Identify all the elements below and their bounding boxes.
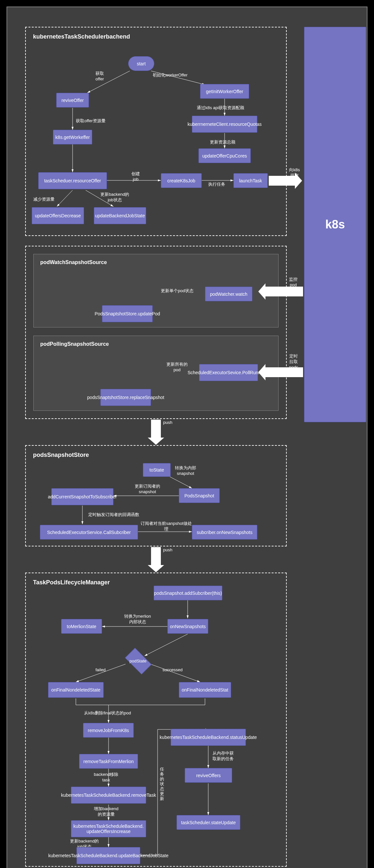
node-remove-job-k8s: removeJobFromK8s [83, 723, 134, 738]
group-lifecycle-manager: TaskPodsLifecycleManager [25, 572, 287, 867]
node-resource-quotas: kuberrnerneteClient.resourceQuotas [192, 116, 257, 133]
label-get-offer-res: 获取offer资源量 [76, 118, 105, 124]
node-backend-update-offers-increase: kubernetesTaskScheduleBackend. updateOff… [71, 820, 146, 837]
label-push-1: push [163, 420, 172, 426]
label-init-worker-offer: 初始化workerOffer [153, 72, 188, 78]
node-revive-offers-2: reviveOffers [185, 768, 232, 783]
node-add-subscriber: podsSnapshot.addSubcriber(this) [154, 586, 222, 600]
label-remove-final-pod: 从k8s删除final状态的pod [84, 711, 131, 716]
g2b-title: podPollingSnapshotSource [40, 341, 109, 347]
label-failed: failed [95, 667, 105, 673]
node-call-subscriber: ScheduledExecutorService.CallSubcriber [40, 525, 138, 539]
node-update-offer-cpu: updateOfferCpuCores [198, 148, 251, 163]
label-exec-task: 执行任务 [208, 182, 225, 187]
label-submit-k8s: 向k8s 提交 任务 [289, 167, 300, 184]
node-to-merlion-state: toMerlionState [61, 619, 102, 634]
label-to-internal-snapshot: 转换为内部 snapshot [175, 465, 196, 476]
g4-title: TaskPodsLifecycleManager [33, 579, 110, 586]
node-start: start [128, 56, 154, 71]
label-task-status-update: 任 务 的 状 态 更 新 [160, 767, 164, 801]
arrow-poll-pods [266, 367, 303, 377]
node-update-pod: PodsSnaptshotStore.updatePod [102, 305, 153, 322]
label-trigger-callback: 定时触发订阅者的回调函数 [88, 512, 139, 518]
label-update-single-pod: 更新单个pod状态 [161, 288, 193, 294]
g3-title: podsSnapshotStore [33, 452, 89, 459]
label-update-all-pod: 更新所有的 pod [166, 362, 188, 373]
node-task-scheduler-state-update: taskScheduler.stateUpdate [177, 815, 240, 830]
node-to-state: toState [143, 463, 170, 477]
node-pod-watcher-watch: podWatcher.watch [205, 287, 252, 301]
label-k8s-api-quota: 通过k8s api获取资源配额 [197, 105, 244, 111]
label-get-new-task-mem: 从内存中获 取新的任务 [213, 751, 234, 762]
node-launch-task: launchTask [233, 173, 268, 188]
group1-title: kubernetesTaskSchedulerbachend [33, 33, 130, 40]
node-on-new-snapshots: onNewSnapshots [167, 619, 208, 634]
node-pods-snapshot: PodsSnapshot [179, 488, 220, 503]
node-replace-snapshot: podsSnaptshotStore.replaceSnapshot [100, 389, 151, 406]
label-decrease-res: 减少资源量 [33, 197, 55, 202]
g2a-title: podWatchSnapshotSource [40, 259, 107, 266]
label-backend-remove-task: backend移除 task [94, 772, 118, 783]
k8s-label: k8s [325, 218, 345, 231]
arrow-push-1 [151, 420, 161, 438]
node-task-scheduer-resource-offer: taskScheduer.resourceOffer [38, 172, 107, 189]
label-successed: successed [162, 667, 182, 673]
node-create-k8s-job: createK8sJob [161, 173, 202, 188]
node-pod-state: podState [118, 651, 158, 671]
node-update-offers-decrease: updateOffersDecrease [32, 207, 84, 224]
label-update-subscriber-snapshot: 更新订阅者的 snapshot [135, 484, 160, 495]
node-k8s: k8s [304, 27, 366, 422]
node-on-final-right: onFinalNondeletedStat [179, 682, 231, 698]
node-get-init-worker-offer: getInitWorkerOffer [200, 84, 249, 99]
diagram-canvas: k8s kubernetesTaskSchedulerbachend start… [6, 6, 368, 868]
arrow-monitor-pod [266, 287, 303, 297]
label-push-2: push [163, 548, 172, 553]
node-backend-status-update: kubernetesTaskScheduleBackend.statusUpda… [170, 729, 246, 746]
node-backend-update-job-state: kubernetesTaskScheduleBackend.updateBack… [76, 847, 140, 864]
node-on-final-left: onFinalNondeletedState [48, 682, 104, 698]
label-to-merlion-internal: 转换为merlion 内部状态 [124, 614, 151, 625]
label-update-total-res: 更新资源总额 [210, 140, 236, 145]
label-update-backend-job: 更新backend的 job状态 [100, 192, 129, 203]
node-subscriber-on-new: subcriber.onNewSnapshots [192, 525, 257, 539]
node-get-workeffer: k8s.getWorkeffer [53, 130, 92, 145]
label-increase-backend-res: 增加backend 的资源量 [94, 806, 118, 817]
node-backend-remove-task: kubernetesTaskScheduleBackend.removeTask [71, 786, 146, 804]
label-create-job: 创建 job [131, 171, 140, 182]
arrow-push-2 [151, 547, 161, 565]
node-update-backend-job-state: updateBackendJobState [94, 207, 146, 224]
node-scheduled-poll: ScheduledExecutorSevice.PollRunnable [199, 364, 258, 381]
node-revive-offer: reviveOffer [56, 93, 89, 107]
label-get-offer: 获取 offer [95, 71, 104, 82]
node-remove-task-merlion: removeTaskFromMerlion [79, 754, 138, 769]
node-add-current-snapshot: addCurrentSnapshotToSubscriber [51, 488, 114, 505]
label-subscriber-handle: 订阅者对当前sanpshot做处 理 [141, 521, 192, 532]
